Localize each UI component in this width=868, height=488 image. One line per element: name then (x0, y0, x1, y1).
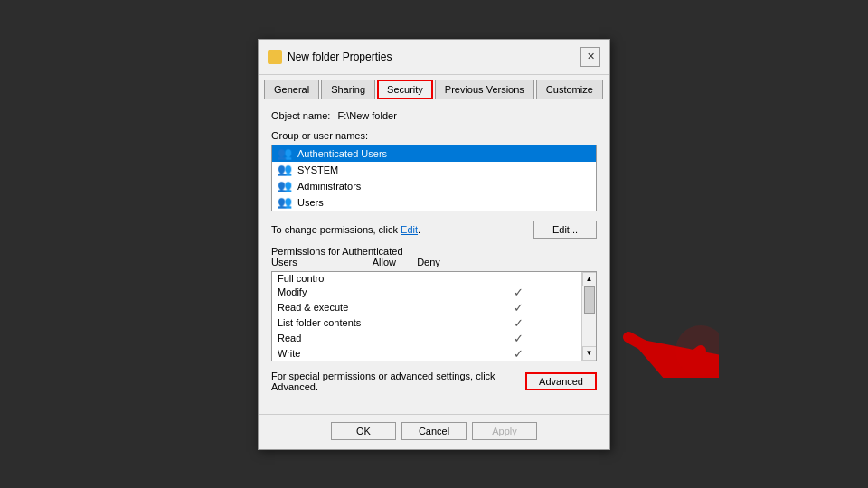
close-button[interactable]: ✕ (580, 47, 600, 67)
advanced-button[interactable]: Advanced (525, 372, 597, 390)
object-name-label: Object name: (271, 110, 330, 121)
perm-row-listfolder: List folder contents ✓ (272, 315, 596, 331)
dialog-buttons: OK Cancel Apply (259, 414, 609, 449)
user-item-administrators[interactable]: 👥 Administrators (272, 178, 596, 194)
folder-icon (268, 50, 282, 64)
user-icon-authenticated: 👥 (278, 147, 292, 160)
permissions-label: Permissions for AuthenticatedUsers Allow… (271, 246, 597, 267)
perm-name-fullcontrol: Full control (278, 273, 491, 284)
users-list: 👥 Authenticated Users 👥 SYSTEM 👥 Adminis… (271, 145, 597, 211)
object-name-value: F:\New folder (337, 110, 396, 121)
user-name-administrators: Administrators (297, 181, 361, 192)
arrow-annotation (610, 287, 719, 378)
tab-customize[interactable]: Customize (536, 80, 603, 99)
perm-name-write: Write (278, 348, 491, 359)
user-icon-system: 👥 (278, 164, 292, 176)
cancel-button[interactable]: Cancel (401, 422, 467, 440)
perm-row-fullcontrol: Full control (272, 272, 596, 285)
dialog-content: Object name: F:\New folder Group or user… (259, 99, 609, 414)
tab-security[interactable]: Security (377, 80, 433, 99)
perm-allow-readexecute: ✓ (491, 301, 545, 314)
object-name-row: Object name: F:\New folder (271, 110, 597, 121)
red-arrow-svg (610, 287, 719, 378)
edit-button[interactable]: Edit... (533, 221, 597, 239)
perm-row-readexecute: Read & execute ✓ (272, 300, 596, 315)
perm-row-write: Write ✓ (272, 346, 596, 361)
scrollbar-thumb[interactable] (584, 286, 595, 314)
svg-point-1 (675, 325, 719, 376)
perm-allow-listfolder: ✓ (491, 316, 545, 330)
title-bar-left: New folder Properties (268, 50, 392, 64)
tab-bar: General Sharing Security Previous Versio… (259, 75, 609, 99)
advanced-text: For special permissions or advanced sett… (271, 371, 518, 392)
user-name-users: Users (297, 197, 324, 208)
scroll-up-arrow[interactable]: ▲ (582, 272, 597, 286)
title-bar: New folder Properties ✕ (259, 40, 609, 75)
perm-allow-modify: ✓ (491, 286, 545, 299)
permissions-table: Full control Modify ✓ Read & execute ✓ L… (271, 271, 597, 361)
apply-button[interactable]: Apply (472, 422, 537, 440)
perm-name-listfolder: List folder contents (278, 317, 491, 328)
perm-name-readexecute: Read & execute (278, 302, 491, 313)
permissions-scrollbar[interactable]: ▲ ▼ (581, 272, 596, 361)
dialog-wrapper: New folder Properties ✕ General Sharing … (258, 39, 610, 450)
advanced-row: For special permissions or advanced sett… (271, 371, 597, 392)
user-name-system: SYSTEM (297, 164, 338, 175)
edit-text: To change permissions, click Edit. (271, 224, 420, 235)
edit-link[interactable]: Edit (401, 224, 418, 235)
user-item-system[interactable]: 👥 SYSTEM (272, 162, 596, 178)
user-item-users[interactable]: 👥 Users (272, 194, 596, 211)
group-label: Group or user names: (271, 130, 597, 141)
perm-allow-write: ✓ (491, 347, 545, 361)
scroll-down-arrow[interactable]: ▼ (582, 346, 597, 361)
user-icon-administrators: 👥 (278, 180, 292, 192)
properties-dialog: New folder Properties ✕ General Sharing … (258, 39, 610, 450)
edit-row: To change permissions, click Edit. Edit.… (271, 221, 597, 239)
perm-name-modify: Modify (278, 286, 491, 297)
dialog-title: New folder Properties (288, 51, 392, 63)
user-item-authenticated[interactable]: 👥 Authenticated Users (272, 145, 596, 162)
tab-previous-versions[interactable]: Previous Versions (435, 80, 534, 99)
ok-button[interactable]: OK (331, 422, 396, 440)
tab-sharing[interactable]: Sharing (321, 80, 375, 99)
user-name-authenticated: Authenticated Users (297, 148, 387, 159)
perm-row-modify: Modify ✓ (272, 285, 596, 300)
perm-name-read: Read (278, 333, 491, 343)
user-icon-users: 👥 (278, 196, 292, 209)
perm-row-read: Read ✓ (272, 331, 596, 346)
perm-allow-read: ✓ (491, 332, 545, 345)
tab-general[interactable]: General (264, 80, 319, 99)
